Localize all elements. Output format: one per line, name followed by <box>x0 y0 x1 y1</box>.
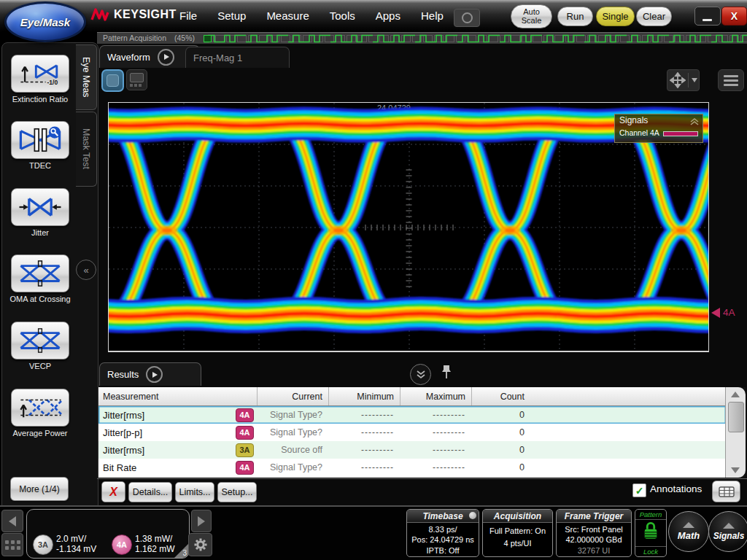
hamburger-icon <box>724 75 738 77</box>
plot-menu-button[interactable] <box>718 69 744 91</box>
pin-button[interactable] <box>440 364 453 383</box>
scroll-thumb[interactable] <box>728 402 744 432</box>
col-count[interactable]: Count <box>471 387 535 405</box>
jitter-button[interactable] <box>11 188 69 226</box>
grid-view-layout-button[interactable] <box>126 69 147 90</box>
sidebar-collapse-button[interactable]: « <box>76 260 96 280</box>
results-collapse-button[interactable] <box>410 364 431 385</box>
frame-trigger-ui: 32767 UI <box>557 546 631 555</box>
timebase-scale: 8.33 ps/ <box>407 525 479 534</box>
menu-measure[interactable]: Measure <box>256 7 319 24</box>
results-play-icon[interactable] <box>146 366 163 383</box>
results-table: Measurement Current Minimum Maximum Coun… <box>98 387 746 478</box>
delete-measurement-button[interactable]: X <box>101 481 125 502</box>
signals-panel-title: Signals <box>619 115 648 125</box>
signals-channel-label: Channel 4A <box>619 128 659 137</box>
math-button[interactable]: Math <box>668 511 709 552</box>
annotations-label: Annotations <box>650 483 702 494</box>
tab-results[interactable]: Results <box>99 362 201 386</box>
average-power-button[interactable] <box>11 389 69 427</box>
marker-label: 4A <box>723 307 735 318</box>
collapse-chevron-up-icon[interactable] <box>689 117 700 126</box>
menu-tools[interactable]: Tools <box>320 7 365 24</box>
pattern-lock-panel[interactable]: Pattern Lock <box>635 509 667 557</box>
tab-freq-mag[interactable]: Freq-Mag 1 <box>185 47 290 68</box>
channel-3a-badge[interactable]: 3A <box>33 534 53 555</box>
minimize-button[interactable] <box>694 7 721 26</box>
menu-setup[interactable]: Setup <box>207 7 256 24</box>
col-measurement[interactable]: Measurement <box>98 387 257 405</box>
menu-file[interactable]: File <box>169 7 207 24</box>
status-bar: 3A 2.0 mV/ -1.134 mV 4A 1.38 mW/ 1.162 m… <box>0 507 747 560</box>
timebase-position: Pos: 24.04729 ns <box>407 535 479 544</box>
timebase-panel[interactable]: Timebase 8.33 ps/ Pos: 24.04729 ns IPTB:… <box>406 509 479 557</box>
channel-page-number: 3 <box>182 549 187 557</box>
channel-4a-badge[interactable]: 4A <box>112 534 132 555</box>
channel-4a-marker[interactable]: 4A <box>711 307 735 318</box>
extinction-ratio-button[interactable]: -1/0 <box>11 55 69 93</box>
signals-button[interactable]: Signals <box>708 511 747 552</box>
extinction-ratio-icon: -1/0 <box>18 60 63 88</box>
math-label: Math <box>678 530 700 541</box>
table-row-jitter-rms-4a[interactable]: Jitter[rms] 4A Signal Type? --------- --… <box>98 406 726 424</box>
vecp-button[interactable] <box>11 322 69 359</box>
menu-bar: File Setup Measure Tools Apps Help <box>169 7 454 24</box>
tab-mask-test[interactable]: Mask Test <box>76 112 97 187</box>
red-x-icon: X <box>109 486 117 499</box>
col-minimum[interactable]: Minimum <box>328 387 400 405</box>
channel-overview-button[interactable] <box>1 533 23 556</box>
table-view-button[interactable] <box>712 481 740 502</box>
more-tools-button[interactable]: More (1/4) <box>10 477 69 501</box>
menu-help[interactable]: Help <box>411 7 454 24</box>
keysight-brand: KEYSIGHT <box>90 7 177 23</box>
arrow-right-icon <box>198 516 205 526</box>
app-logo[interactable]: Eye/Mask <box>4 1 86 42</box>
annotations-checkbox[interactable] <box>632 483 646 497</box>
channel-settings-button[interactable] <box>188 533 212 556</box>
signals-overlay-panel[interactable]: Signals Channel 4A <box>614 114 703 143</box>
clear-button[interactable]: Clear <box>636 7 672 26</box>
table-row-jitter-pp-4a[interactable]: Jitter[p-p] 4A Signal Type? --------- --… <box>98 424 726 441</box>
pan-zoom-button[interactable] <box>667 69 700 91</box>
channel-readout-panel[interactable]: 3A 2.0 mV/ -1.134 mV 4A 1.38 mW/ 1.162 m… <box>26 509 190 559</box>
oma-at-crossing-button[interactable] <box>11 254 69 292</box>
menu-apps[interactable]: Apps <box>365 7 411 24</box>
auto-scale-button[interactable]: AutoScale <box>511 4 552 28</box>
channel-badge: 4A <box>236 408 254 422</box>
scroll-down-icon[interactable] <box>731 467 740 473</box>
col-maximum[interactable]: Maximum <box>400 387 471 405</box>
frame-trigger-panel[interactable]: Frame Trigger Src: Front Panel 42.000000… <box>556 509 632 557</box>
waveform-play-icon[interactable] <box>158 49 174 66</box>
channel-4a-offset: 1.162 mW <box>135 544 175 554</box>
table-row-jitter-rms-3a[interactable]: Jitter[rms] 3A Source off --------- ----… <box>98 441 726 459</box>
signals-label: Signals <box>713 531 745 541</box>
scroll-up-icon[interactable] <box>731 392 740 397</box>
close-button[interactable]: X <box>721 7 747 26</box>
app-logo-label: Eye/Mask <box>20 16 70 28</box>
pan-dropdown-icon[interactable] <box>692 78 697 82</box>
channel-color-swatch <box>663 131 698 136</box>
run-button[interactable]: Run <box>557 7 593 26</box>
tdec-button[interactable] <box>11 121 69 159</box>
camera-lens-icon <box>462 12 473 23</box>
setup-button[interactable]: Setup... <box>217 482 257 502</box>
screenshot-camera-button[interactable] <box>454 9 480 27</box>
tool-label: Jitter <box>7 228 73 238</box>
channel-prev-button[interactable] <box>1 510 23 532</box>
details-button[interactable]: Details... <box>128 482 172 502</box>
pattern-acquisition-wave-icon <box>204 33 747 44</box>
table-row-bit-rate-4a[interactable]: Bit Rate 4A Signal Type? --------- -----… <box>98 459 726 476</box>
pattern-lock-top-label: Pattern <box>635 510 666 520</box>
limits-button[interactable]: Limits... <box>175 482 214 502</box>
single-button[interactable]: Single <box>596 7 635 26</box>
arrow-left-icon <box>9 516 16 526</box>
timebase-iptb: IPTB: Off <box>407 546 479 555</box>
grid-view-icon <box>130 73 144 82</box>
results-table-inner: Measurement Current Minimum Maximum Coun… <box>98 387 726 478</box>
channel-next-button[interactable] <box>191 510 212 532</box>
single-view-layout-button[interactable] <box>101 69 124 92</box>
acquisition-panel[interactable]: Acquisition Full Pattern: On 4 pts/UI <box>482 509 553 557</box>
tab-eye-meas[interactable]: Eye Meas <box>76 44 97 110</box>
col-current[interactable]: Current <box>257 387 328 405</box>
results-scrollbar[interactable] <box>725 387 746 478</box>
